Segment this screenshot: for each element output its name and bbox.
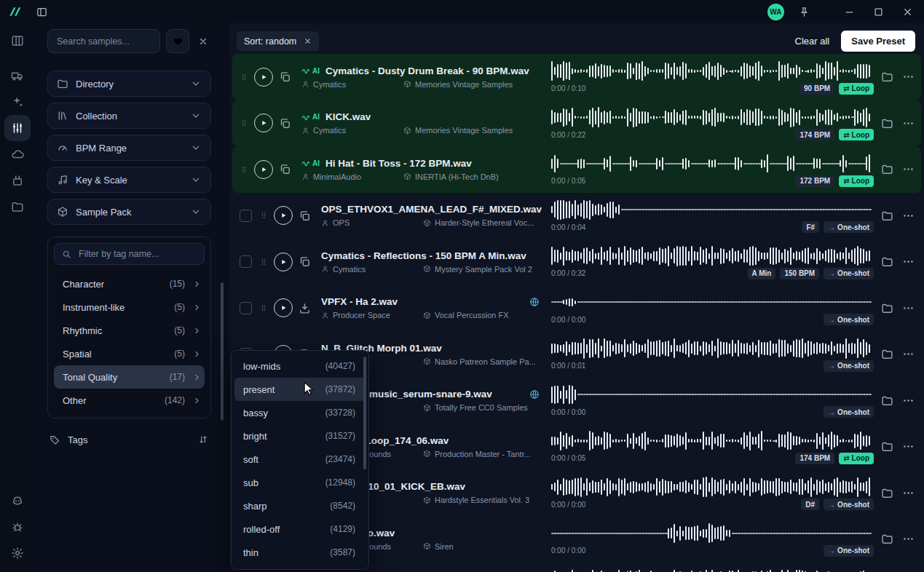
folder-icon[interactable] — [881, 487, 893, 499]
drag-handle-icon[interactable] — [240, 71, 248, 84]
play-button[interactable] — [274, 206, 293, 225]
copy-icon[interactable] — [279, 117, 291, 130]
panel-toggle-icon[interactable] — [32, 2, 51, 21]
sort-order-icon[interactable] — [198, 434, 208, 445]
waveform[interactable] — [551, 430, 874, 452]
more-options-icon[interactable] — [899, 533, 917, 545]
rail-sparkles-button[interactable] — [4, 89, 31, 115]
more-options-icon[interactable] — [899, 394, 917, 407]
row-checkbox[interactable] — [240, 302, 252, 314]
tag-category[interactable]: Instrument-like(5) — [54, 295, 205, 319]
drag-handle-icon[interactable] — [259, 255, 268, 269]
sample-row[interactable]: Cymatics - Reflections - 150 BPM A Min.w… — [232, 239, 921, 285]
rail-cloud-button[interactable] — [4, 141, 31, 167]
minimize-button[interactable] — [840, 2, 858, 21]
search-input[interactable] — [47, 29, 160, 53]
drag-handle-icon[interactable] — [259, 209, 268, 222]
sort-chip[interactable]: Sort: random — [237, 31, 319, 51]
copy-icon[interactable] — [299, 210, 311, 222]
favorites-filter-button[interactable] — [166, 29, 189, 53]
waveform[interactable] — [551, 199, 874, 221]
flyout-tag[interactable]: rolled-off(4129) — [234, 517, 366, 541]
flyout-tag[interactable]: sub(12948) — [234, 471, 366, 494]
more-options-icon[interactable] — [899, 71, 917, 83]
waveform[interactable] — [551, 338, 874, 360]
copy-icon[interactable] — [299, 255, 311, 268]
sidebar-scrollbar[interactable] — [221, 282, 224, 421]
waveform[interactable] — [551, 476, 874, 498]
tag-filter-input[interactable] — [77, 248, 197, 260]
more-options-icon[interactable] — [899, 302, 917, 314]
play-button[interactable] — [274, 253, 293, 271]
rail-bug-button[interactable] — [4, 514, 31, 540]
row-checkbox[interactable] — [240, 210, 252, 222]
folder-icon[interactable] — [881, 117, 893, 130]
rail-folder-button[interactable] — [4, 194, 31, 220]
waveform[interactable] — [551, 384, 874, 405]
waveform[interactable] — [551, 291, 874, 313]
rail-plugin-button[interactable] — [4, 167, 31, 194]
more-options-icon[interactable] — [899, 117, 917, 130]
flyout-tag[interactable]: thin(3587) — [234, 541, 366, 564]
drag-handle-icon[interactable] — [240, 116, 248, 130]
sample-row[interactable]: AIKICK.wavCymaticsMemories Vintage Sampl… — [232, 100, 921, 147]
tag-category[interactable]: Spatial(5) — [54, 342, 205, 365]
folder-icon[interactable] — [881, 302, 893, 314]
play-button[interactable] — [254, 68, 273, 87]
folder-icon[interactable] — [881, 210, 893, 222]
filter-section[interactable]: Directory — [47, 71, 211, 97]
pin-icon[interactable] — [794, 2, 813, 21]
flyout-tag[interactable]: bright(31527) — [234, 424, 366, 448]
download-icon[interactable] — [299, 302, 311, 314]
folder-icon[interactable] — [881, 255, 893, 268]
folder-icon[interactable] — [881, 348, 893, 360]
flyout-tag[interactable]: soft(23474) — [234, 448, 366, 471]
rail-discord-button[interactable] — [4, 488, 31, 514]
flyout-tag[interactable]: bassy(33728) — [234, 401, 366, 424]
more-options-icon[interactable] — [899, 487, 917, 499]
tag-filter-box[interactable] — [54, 243, 205, 265]
tag-category[interactable]: Tonal Quality(17) — [54, 365, 205, 389]
waveform[interactable] — [551, 245, 874, 267]
tag-category[interactable]: Character(15) — [54, 272, 205, 295]
row-checkbox[interactable] — [240, 255, 252, 268]
waveform[interactable] — [551, 106, 874, 128]
flyout-tag[interactable]: present(37872) — [234, 378, 366, 401]
waveform[interactable] — [551, 153, 874, 175]
more-options-icon[interactable] — [899, 348, 917, 360]
flyout-scrollbar[interactable] — [363, 357, 366, 469]
sample-row[interactable]: VPFX - Ha 2.wavProducer SpaceVocal Percu… — [232, 285, 921, 332]
waveform[interactable] — [551, 523, 874, 544]
flyout-tag[interactable]: sharp(8542) — [234, 494, 366, 517]
tag-category[interactable]: Rhythmic(5) — [54, 319, 205, 342]
save-preset-button[interactable]: Save Preset — [841, 31, 915, 52]
folder-icon[interactable] — [881, 440, 893, 453]
copy-icon[interactable] — [279, 163, 291, 175]
clear-search-icon[interactable] — [195, 33, 211, 49]
rail-gear-button[interactable] — [4, 540, 31, 566]
play-button[interactable] — [254, 160, 273, 179]
flyout-tag[interactable]: low-mids(40427) — [234, 354, 366, 378]
folder-icon[interactable] — [881, 394, 893, 407]
waveform[interactable] — [551, 568, 874, 572]
folder-icon[interactable] — [881, 71, 893, 83]
filter-section[interactable]: Sample Pack — [47, 199, 211, 225]
tags-footer[interactable]: Tags — [47, 429, 211, 450]
filter-section[interactable]: Key & Scale — [47, 167, 211, 193]
more-options-icon[interactable] — [899, 440, 917, 453]
rail-truck-button[interactable] — [4, 63, 31, 89]
play-button[interactable] — [254, 114, 273, 132]
drag-handle-icon[interactable] — [259, 301, 268, 314]
sample-row[interactable]: AIHi Hat - Bit Toss - 172 BPM.wavMinimal… — [232, 146, 921, 193]
sample-row[interactable]: AICymatics - Dusty Drum Break - 90 BPM.w… — [232, 54, 921, 100]
remove-sort-icon[interactable] — [304, 37, 312, 45]
filter-section[interactable]: Collection — [47, 103, 211, 129]
folder-icon[interactable] — [881, 163, 893, 175]
rail-columns-button[interactable] — [4, 28, 31, 54]
play-button[interactable] — [274, 298, 293, 317]
copy-icon[interactable] — [279, 71, 291, 83]
folder-icon[interactable] — [881, 533, 893, 545]
more-options-icon[interactable] — [899, 255, 917, 268]
more-options-icon[interactable] — [899, 163, 917, 175]
avatar[interactable]: WA — [767, 4, 784, 20]
